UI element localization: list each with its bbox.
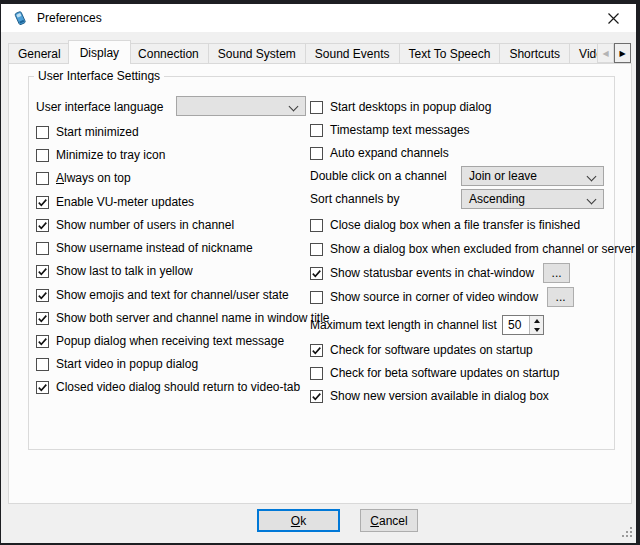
checkbox[interactable]: [36, 289, 49, 302]
checkbox[interactable]: [310, 390, 323, 403]
checkbox[interactable]: [36, 126, 49, 139]
title-bar: Preferences: [1, 4, 636, 32]
checkbox[interactable]: [310, 147, 323, 160]
spinbox[interactable]: 50: [502, 315, 544, 335]
checkbox-label[interactable]: Show new version available in dialog box: [330, 389, 549, 403]
browse-button[interactable]: ...: [543, 263, 570, 283]
scroll-right-icon: ▶: [619, 49, 625, 58]
checkbox-row: Check for beta software updates on start…: [310, 363, 559, 383]
checkbox-label[interactable]: Start video in popup dialog: [56, 357, 198, 371]
checkbox-label[interactable]: Check for software updates on startup: [330, 343, 533, 357]
tab-sound-system[interactable]: Sound System: [208, 43, 306, 63]
checkbox[interactable]: [310, 101, 323, 114]
checkbox-row: Close dialog box when a file transfer is…: [310, 215, 580, 235]
window-border-right: [636, 0, 640, 545]
checkbox[interactable]: [36, 172, 49, 185]
tab-scroll-right-button[interactable]: ▶: [614, 43, 631, 63]
checkbox-row: Auto expand channels: [310, 143, 449, 163]
spin-value: 50: [503, 316, 529, 334]
checkbox[interactable]: [36, 381, 49, 394]
spin-up-icon[interactable]: [534, 319, 540, 323]
checkbox-label[interactable]: Show emojis and text for channel/user st…: [56, 288, 289, 302]
checkbox[interactable]: [36, 196, 49, 209]
group-title: User Interface Settings: [34, 69, 164, 83]
checkbox-label[interactable]: Show both server and channel name in win…: [56, 311, 330, 325]
tab-scroll-left-button[interactable]: ◀: [597, 43, 614, 63]
checkbox[interactable]: [36, 149, 49, 162]
spin-row: Maximum text length in channel list 50: [310, 315, 497, 335]
combo-label: Sort channels by: [310, 192, 399, 206]
checkbox-label[interactable]: Timestamp text messages: [330, 123, 470, 137]
checkbox[interactable]: [36, 265, 49, 278]
checkbox[interactable]: [36, 358, 49, 371]
checkmark-icon: [37, 382, 48, 393]
checkbox[interactable]: [36, 312, 49, 325]
language-combobox[interactable]: [176, 96, 306, 116]
checkbox[interactable]: [36, 335, 49, 348]
checkmark-icon: [37, 220, 48, 231]
checkmark-icon: [37, 197, 48, 208]
window-title: Preferences: [37, 11, 102, 25]
checkbox-row: Start minimized: [36, 122, 139, 142]
checkbox-row: Timestamp text messages: [310, 120, 470, 140]
tab-display[interactable]: Display: [68, 40, 131, 64]
spin-down-icon[interactable]: [534, 328, 540, 332]
tab-connection[interactable]: Connection: [128, 43, 209, 63]
checkbox[interactable]: [310, 219, 323, 232]
checkmark-icon: [311, 268, 322, 279]
checkbox[interactable]: [310, 243, 323, 256]
checkbox-row: Show both server and channel name in win…: [36, 308, 330, 328]
checkbox-label[interactable]: Show username instead of nickname: [56, 241, 253, 255]
checkbox-row: Minimize to tray icon: [36, 145, 165, 165]
tab-shortcuts[interactable]: Shortcuts: [499, 43, 570, 63]
checkbox[interactable]: [310, 124, 323, 137]
checkbox-label[interactable]: Check for beta software updates on start…: [330, 366, 559, 380]
checkbox-label[interactable]: Auto expand channels: [330, 146, 449, 160]
spin-arrows[interactable]: [529, 316, 543, 334]
checkbox[interactable]: [310, 344, 323, 357]
checkbox[interactable]: [310, 367, 323, 380]
checkbox-label[interactable]: Show a dialog box when excluded from cha…: [330, 242, 635, 256]
tab-video[interactable]: Video: [569, 43, 597, 63]
checkbox-label[interactable]: Always on top: [56, 171, 131, 185]
checkbox-label[interactable]: Enable VU-meter updates: [56, 195, 194, 209]
checkbox-row: Show number of users in channel: [36, 215, 234, 235]
checkbox-label[interactable]: Start minimized: [56, 125, 139, 139]
combo-row: Sort channels by Ascending: [310, 189, 399, 209]
checkbox-row: Always on top: [36, 168, 131, 188]
close-icon: [607, 12, 620, 25]
checkbox[interactable]: [36, 242, 49, 255]
close-button[interactable]: [591, 4, 636, 32]
browse-button[interactable]: ...: [547, 287, 574, 307]
checkbox-row: Show emojis and text for channel/user st…: [36, 285, 289, 305]
checkbox-label[interactable]: Closed video dialog should return to vid…: [56, 380, 300, 394]
cancel-button[interactable]: Cancel: [360, 509, 418, 532]
checkbox[interactable]: [310, 291, 323, 304]
checkbox-label[interactable]: Minimize to tray icon: [56, 148, 165, 162]
checkbox-label[interactable]: Popup dialog when receiving text message: [56, 334, 284, 348]
checkbox-label[interactable]: Close dialog box when a file transfer is…: [330, 218, 580, 232]
ok-button[interactable]: Ok: [257, 509, 340, 532]
checkbox-label[interactable]: Show source in corner of video window: [330, 290, 538, 304]
tab-sound-events[interactable]: Sound Events: [305, 43, 400, 63]
checkmark-icon: [37, 290, 48, 301]
app-icon: [11, 9, 29, 27]
checkbox-row: Show last to talk in yellow: [36, 261, 193, 281]
checkbox[interactable]: [310, 267, 323, 280]
combobox[interactable]: Ascending: [461, 189, 604, 209]
checkbox-label[interactable]: Show last to talk in yellow: [56, 264, 193, 278]
tab-text-to-speech[interactable]: Text To Speech: [399, 43, 501, 63]
checkbox-label[interactable]: Show number of users in channel: [56, 218, 234, 232]
checkbox-row: Enable VU-meter updates: [36, 192, 194, 212]
tab-strip: GeneralDisplayConnectionSound SystemSoun…: [8, 40, 597, 64]
checkbox-label[interactable]: Start desktops in popup dialog: [330, 100, 491, 114]
resize-grip-icon[interactable]: [621, 527, 634, 540]
combobox[interactable]: Join or leave: [461, 166, 604, 186]
language-label: User interface language: [36, 96, 163, 117]
checkbox-row: Check for software updates on startup: [310, 340, 533, 360]
checkbox-row: Start video in popup dialog: [36, 354, 198, 374]
tab-general[interactable]: General: [8, 43, 71, 63]
window-border-left: [0, 0, 1, 545]
checkbox[interactable]: [36, 219, 49, 232]
checkbox-label[interactable]: Show statusbar events in chat-window: [330, 266, 534, 280]
